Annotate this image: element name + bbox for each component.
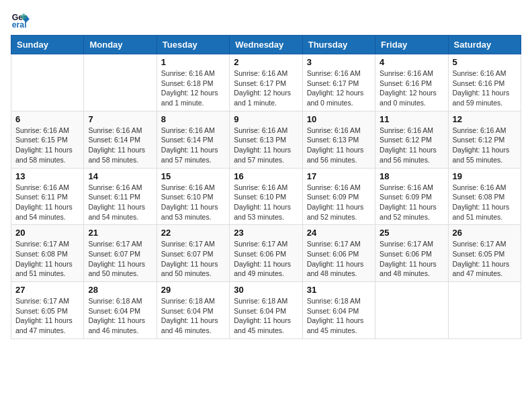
calendar-header-friday: Friday: [375, 36, 448, 54]
calendar-header-row: SundayMondayTuesdayWednesdayThursdayFrid…: [11, 36, 521, 54]
calendar-header-tuesday: Tuesday: [157, 36, 229, 54]
day-number: 20: [15, 228, 79, 238]
day-info: Sunrise: 6:18 AM Sunset: 6:04 PM Dayligh…: [161, 296, 225, 336]
calendar-header-monday: Monday: [84, 36, 157, 54]
calendar-cell: 11Sunrise: 6:16 AM Sunset: 6:12 PM Dayli…: [375, 111, 448, 168]
day-number: 4: [380, 57, 443, 67]
calendar-cell: [84, 54, 157, 111]
day-number: 23: [234, 228, 298, 238]
day-number: 19: [453, 171, 517, 181]
day-number: 7: [88, 114, 152, 124]
calendar-cell: 26Sunrise: 6:17 AM Sunset: 6:05 PM Dayli…: [448, 225, 521, 282]
calendar-week-4: 20Sunrise: 6:17 AM Sunset: 6:08 PM Dayli…: [11, 225, 521, 282]
day-info: Sunrise: 6:16 AM Sunset: 6:16 PM Dayligh…: [453, 68, 517, 108]
day-number: 13: [15, 171, 79, 181]
calendar-cell: 8Sunrise: 6:16 AM Sunset: 6:14 PM Daylig…: [157, 111, 229, 168]
calendar-cell: 16Sunrise: 6:16 AM Sunset: 6:10 PM Dayli…: [230, 168, 302, 225]
calendar-cell: 9Sunrise: 6:16 AM Sunset: 6:13 PM Daylig…: [230, 111, 302, 168]
calendar-cell: 14Sunrise: 6:16 AM Sunset: 6:11 PM Dayli…: [84, 168, 157, 225]
calendar-cell: 1Sunrise: 6:16 AM Sunset: 6:18 PM Daylig…: [157, 54, 229, 111]
calendar-week-1: 1Sunrise: 6:16 AM Sunset: 6:18 PM Daylig…: [11, 54, 521, 111]
day-number: 5: [453, 57, 517, 67]
day-number: 24: [307, 228, 371, 238]
day-info: Sunrise: 6:16 AM Sunset: 6:13 PM Dayligh…: [234, 126, 298, 165]
day-info: Sunrise: 6:16 AM Sunset: 6:10 PM Dayligh…: [161, 183, 225, 222]
day-info: Sunrise: 6:16 AM Sunset: 6:14 PM Dayligh…: [161, 126, 225, 165]
day-number: 1: [161, 57, 225, 67]
calendar-cell: 15Sunrise: 6:16 AM Sunset: 6:10 PM Dayli…: [157, 168, 229, 225]
calendar-cell: 28Sunrise: 6:18 AM Sunset: 6:04 PM Dayli…: [84, 282, 157, 339]
day-number: 9: [234, 114, 298, 124]
day-info: Sunrise: 6:17 AM Sunset: 6:05 PM Dayligh…: [15, 296, 79, 336]
svg-text:eral: eral: [12, 20, 27, 30]
calendar-cell: 18Sunrise: 6:16 AM Sunset: 6:09 PM Dayli…: [375, 168, 448, 225]
day-number: 11: [380, 114, 443, 124]
calendar-cell: 24Sunrise: 6:17 AM Sunset: 6:06 PM Dayli…: [302, 225, 375, 282]
day-info: Sunrise: 6:16 AM Sunset: 6:17 PM Dayligh…: [307, 68, 371, 108]
day-info: Sunrise: 6:16 AM Sunset: 6:16 PM Dayligh…: [380, 68, 443, 108]
day-info: Sunrise: 6:16 AM Sunset: 6:18 PM Dayligh…: [161, 68, 225, 108]
day-number: 25: [380, 228, 443, 238]
calendar-table: SundayMondayTuesdayWednesdayThursdayFrid…: [11, 35, 521, 339]
day-info: Sunrise: 6:17 AM Sunset: 6:08 PM Dayligh…: [15, 239, 79, 279]
calendar-cell: 3Sunrise: 6:16 AM Sunset: 6:17 PM Daylig…: [302, 54, 375, 111]
calendar-week-2: 6Sunrise: 6:16 AM Sunset: 6:15 PM Daylig…: [11, 111, 521, 168]
calendar-header-sunday: Sunday: [11, 36, 84, 54]
day-number: 6: [15, 114, 79, 124]
calendar-cell: 19Sunrise: 6:16 AM Sunset: 6:08 PM Dayli…: [448, 168, 521, 225]
day-info: Sunrise: 6:16 AM Sunset: 6:13 PM Dayligh…: [307, 126, 371, 165]
calendar-cell: 5Sunrise: 6:16 AM Sunset: 6:16 PM Daylig…: [448, 54, 521, 111]
day-number: 22: [161, 228, 225, 238]
day-info: Sunrise: 6:16 AM Sunset: 6:12 PM Dayligh…: [453, 126, 517, 165]
calendar-cell: 20Sunrise: 6:17 AM Sunset: 6:08 PM Dayli…: [11, 225, 84, 282]
calendar-header-saturday: Saturday: [448, 36, 521, 54]
day-number: 18: [380, 171, 443, 181]
day-number: 21: [88, 228, 152, 238]
calendar-cell: 21Sunrise: 6:17 AM Sunset: 6:07 PM Dayli…: [84, 225, 157, 282]
calendar-week-3: 13Sunrise: 6:16 AM Sunset: 6:11 PM Dayli…: [11, 168, 521, 225]
day-info: Sunrise: 6:16 AM Sunset: 6:17 PM Dayligh…: [234, 68, 298, 108]
day-number: 12: [453, 114, 517, 124]
day-number: 3: [307, 57, 371, 67]
day-number: 10: [307, 114, 371, 124]
page-header: Gen eral: [11, 11, 521, 30]
day-info: Sunrise: 6:16 AM Sunset: 6:15 PM Dayligh…: [15, 126, 79, 165]
day-info: Sunrise: 6:17 AM Sunset: 6:07 PM Dayligh…: [88, 239, 152, 279]
calendar-cell: 30Sunrise: 6:18 AM Sunset: 6:04 PM Dayli…: [230, 282, 302, 339]
day-info: Sunrise: 6:16 AM Sunset: 6:08 PM Dayligh…: [453, 183, 517, 222]
calendar-cell: [375, 282, 448, 339]
day-info: Sunrise: 6:18 AM Sunset: 6:04 PM Dayligh…: [234, 296, 298, 336]
calendar-cell: 10Sunrise: 6:16 AM Sunset: 6:13 PM Dayli…: [302, 111, 375, 168]
calendar-cell: 29Sunrise: 6:18 AM Sunset: 6:04 PM Dayli…: [157, 282, 229, 339]
day-number: 29: [161, 285, 225, 295]
calendar-cell: 13Sunrise: 6:16 AM Sunset: 6:11 PM Dayli…: [11, 168, 84, 225]
day-number: 28: [88, 285, 152, 295]
calendar-cell: 27Sunrise: 6:17 AM Sunset: 6:05 PM Dayli…: [11, 282, 84, 339]
calendar-cell: 4Sunrise: 6:16 AM Sunset: 6:16 PM Daylig…: [375, 54, 448, 111]
calendar-cell: [11, 54, 84, 111]
calendar-week-5: 27Sunrise: 6:17 AM Sunset: 6:05 PM Dayli…: [11, 282, 521, 339]
day-info: Sunrise: 6:16 AM Sunset: 6:10 PM Dayligh…: [234, 183, 298, 222]
day-number: 14: [88, 171, 152, 181]
day-info: Sunrise: 6:16 AM Sunset: 6:12 PM Dayligh…: [380, 126, 443, 165]
day-number: 17: [307, 171, 371, 181]
calendar-cell: [448, 282, 521, 339]
day-info: Sunrise: 6:16 AM Sunset: 6:11 PM Dayligh…: [88, 183, 152, 222]
day-number: 30: [234, 285, 298, 295]
calendar-cell: 6Sunrise: 6:16 AM Sunset: 6:15 PM Daylig…: [11, 111, 84, 168]
calendar-cell: 31Sunrise: 6:18 AM Sunset: 6:04 PM Dayli…: [302, 282, 375, 339]
calendar-cell: 7Sunrise: 6:16 AM Sunset: 6:14 PM Daylig…: [84, 111, 157, 168]
calendar-header-wednesday: Wednesday: [230, 36, 302, 54]
calendar-cell: 25Sunrise: 6:17 AM Sunset: 6:06 PM Dayli…: [375, 225, 448, 282]
calendar-cell: 2Sunrise: 6:16 AM Sunset: 6:17 PM Daylig…: [230, 54, 302, 111]
day-number: 2: [234, 57, 298, 67]
day-info: Sunrise: 6:16 AM Sunset: 6:09 PM Dayligh…: [380, 183, 443, 222]
day-info: Sunrise: 6:17 AM Sunset: 6:06 PM Dayligh…: [307, 239, 371, 279]
calendar-cell: 22Sunrise: 6:17 AM Sunset: 6:07 PM Dayli…: [157, 225, 229, 282]
day-info: Sunrise: 6:18 AM Sunset: 6:04 PM Dayligh…: [307, 296, 371, 336]
day-info: Sunrise: 6:17 AM Sunset: 6:06 PM Dayligh…: [234, 239, 298, 279]
day-info: Sunrise: 6:18 AM Sunset: 6:04 PM Dayligh…: [88, 296, 152, 336]
calendar-cell: 23Sunrise: 6:17 AM Sunset: 6:06 PM Dayli…: [230, 225, 302, 282]
day-info: Sunrise: 6:17 AM Sunset: 6:07 PM Dayligh…: [161, 239, 225, 279]
day-info: Sunrise: 6:16 AM Sunset: 6:09 PM Dayligh…: [307, 183, 371, 222]
